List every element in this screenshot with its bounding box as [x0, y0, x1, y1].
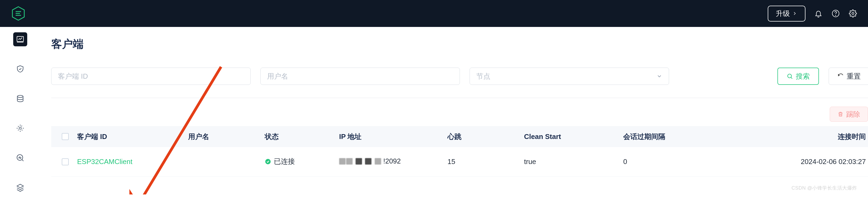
svg-point-14 [788, 74, 792, 78]
node-select[interactable]: 节点 [470, 68, 669, 85]
table-toolbar: 踢除 [51, 98, 868, 126]
table-row: ESP32CAMClient 已连接 !2092 [51, 147, 868, 177]
sidebar-item-dashboard[interactable] [13, 32, 27, 46]
username-input[interactable] [260, 68, 460, 85]
sidebar [0, 27, 40, 194]
gear-outline-icon [16, 124, 25, 132]
upgrade-button[interactable]: 升级 [768, 6, 805, 22]
logo[interactable] [11, 6, 26, 21]
th-ip: IP 地址 [339, 132, 447, 141]
main-content: 客户端 节点 搜索 重置 踢除 [40, 27, 868, 194]
upgrade-label: 升级 [776, 9, 790, 18]
sidebar-item-rules[interactable] [13, 121, 27, 135]
search-button[interactable]: 搜索 [777, 68, 819, 85]
th-clean-start: Clean Start [524, 132, 623, 141]
svg-line-15 [791, 77, 793, 79]
clients-table: 客户端 ID 用户名 状态 IP 地址 心跳 Clean Start 会话过期间… [51, 126, 868, 177]
node-select-placeholder: 节点 [476, 72, 490, 81]
sidebar-item-monitoring[interactable] [13, 151, 27, 165]
search-icon [786, 73, 793, 79]
layers-icon [16, 183, 25, 192]
emqx-logo-icon [11, 6, 26, 21]
check-circle-icon [265, 158, 271, 165]
ip-suffix: !2092 [383, 157, 401, 165]
select-all-checkbox[interactable] [62, 133, 69, 140]
th-conn-time: 连接时间 [764, 132, 866, 141]
cell-ip: !2092 [339, 157, 447, 166]
svg-line-12 [22, 160, 24, 161]
svg-marker-13 [17, 184, 24, 188]
dashboard-icon [16, 35, 25, 44]
th-expiry: 会话过期间隔 [623, 132, 764, 141]
svg-point-10 [19, 127, 21, 129]
reset-label: 重置 [847, 72, 861, 81]
activity-icon [16, 154, 25, 162]
table-header: 客户端 ID 用户名 状态 IP 地址 心跳 Clean Start 会话过期间… [51, 126, 868, 147]
cell-heartbeat: 15 [447, 158, 524, 166]
cell-expiry: 0 [623, 158, 764, 166]
top-bar: 升级 [0, 0, 868, 27]
search-label: 搜索 [796, 72, 810, 81]
th-status: 状态 [265, 132, 339, 141]
status-badge: 已连接 [265, 157, 295, 166]
filter-bar: 节点 搜索 重置 [51, 68, 868, 98]
page-title: 客户端 [51, 37, 868, 52]
reset-button[interactable]: 重置 [829, 68, 868, 85]
svg-point-9 [17, 95, 23, 97]
sidebar-item-plugins[interactable] [13, 181, 27, 194]
watermark: CSDN @小锋学长生活大爆炸 [792, 185, 857, 191]
kick-button[interactable]: 踢除 [830, 107, 868, 122]
row-checkbox[interactable] [62, 158, 69, 165]
gear-icon[interactable] [848, 9, 857, 18]
chevron-right-icon [792, 11, 797, 16]
ip-blurred: !2092 [339, 157, 401, 165]
refresh-icon [838, 73, 844, 79]
status-text: 已连接 [274, 157, 295, 166]
database-icon [16, 94, 25, 103]
cell-conn-time: 2024-02-06 02:03:27 [764, 158, 866, 166]
client-id-input[interactable] [51, 68, 251, 85]
sidebar-item-clusters[interactable] [13, 92, 27, 105]
shield-icon [16, 65, 25, 73]
trash-icon [838, 111, 843, 117]
kick-label: 踢除 [846, 109, 860, 119]
chevron-down-icon [656, 73, 662, 79]
th-username: 用户名 [188, 132, 265, 141]
help-icon[interactable] [831, 9, 840, 18]
svg-point-5 [835, 15, 836, 15]
cell-clean-start: true [524, 158, 623, 166]
th-client-id: 客户端 ID [77, 132, 188, 141]
bell-icon[interactable] [814, 9, 823, 18]
sidebar-item-security[interactable] [13, 62, 27, 76]
svg-point-6 [852, 12, 854, 14]
client-id-link[interactable]: ESP32CAMClient [77, 158, 132, 166]
th-heartbeat: 心跳 [447, 132, 524, 141]
